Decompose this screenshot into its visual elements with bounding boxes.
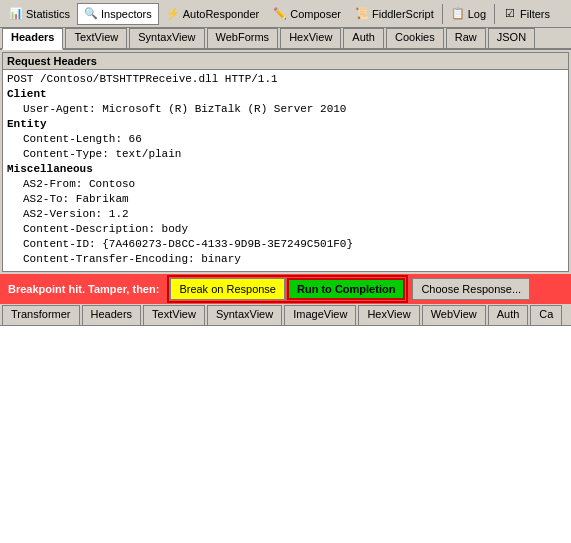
menu-autoresponder[interactable]: ⚡ AutoResponder	[159, 3, 266, 25]
menu-fiddlerscript[interactable]: 📜 FiddlerScript	[348, 3, 441, 25]
header-as2-version: AS2-Version: 1.2	[7, 207, 564, 222]
tab-textview[interactable]: TextView	[65, 28, 127, 48]
tab-headers[interactable]: Headers	[2, 28, 63, 50]
tab-bar: Headers TextView SyntaxView WebForms Hex…	[0, 28, 571, 50]
menu-inspectors[interactable]: 🔍 Inspectors	[77, 3, 159, 25]
first-line: POST /Contoso/BTSHTTPReceive.dll HTTP/1.…	[7, 72, 564, 87]
bottom-tab-imageview[interactable]: ImageView	[284, 305, 356, 325]
bottom-tab-webview[interactable]: WebView	[422, 305, 486, 325]
menu-autoresponder-label: AutoResponder	[183, 8, 259, 20]
tab-webforms[interactable]: WebForms	[207, 28, 279, 48]
header-user-agent: User-Agent: Microsoft (R) BizTalk (R) Se…	[7, 102, 564, 117]
header-as2-from: AS2-From: Contoso	[7, 177, 564, 192]
menu-log-label: Log	[468, 8, 486, 20]
tab-raw[interactable]: Raw	[446, 28, 486, 48]
header-content-transfer-encoding: Content-Transfer-Encoding: binary	[7, 252, 564, 267]
tab-auth[interactable]: Auth	[343, 28, 384, 48]
header-disposition-notification-to: Disposition-Notification-To: Contoso11	[7, 267, 564, 268]
menu-statistics[interactable]: 📊 Statistics	[2, 3, 77, 25]
menu-log[interactable]: 📋 Log	[444, 3, 493, 25]
bottom-tab-textview[interactable]: TextView	[143, 305, 205, 325]
menu-statistics-label: Statistics	[26, 8, 70, 20]
menu-bar: 📊 Statistics 🔍 Inspectors ⚡ AutoResponde…	[0, 0, 571, 28]
menu-fiddlerscript-label: FiddlerScript	[372, 8, 434, 20]
btn-group-outlined: Break on Response Run to Completion	[167, 275, 408, 303]
separator2	[494, 4, 495, 24]
lightning-icon: ⚡	[166, 7, 180, 21]
tab-json[interactable]: JSON	[488, 28, 535, 48]
log-icon: 📋	[451, 7, 465, 21]
section-miscellaneous: Miscellaneous	[7, 162, 564, 177]
tab-syntaxview[interactable]: SyntaxView	[129, 28, 204, 48]
tab-hexview[interactable]: HexView	[280, 28, 341, 48]
run-to-completion-button[interactable]: Run to Completion	[287, 278, 405, 300]
choose-response-button[interactable]: Choose Response...	[412, 278, 530, 300]
chart-icon: 📊	[9, 7, 23, 21]
script-icon: 📜	[355, 7, 369, 21]
headers-content[interactable]: POST /Contoso/BTSHTTPReceive.dll HTTP/1.…	[3, 70, 568, 268]
content-area: Request Headers POST /Contoso/BTSHTTPRec…	[2, 52, 569, 272]
menu-filters-label: Filters	[520, 8, 550, 20]
bottom-tab-bar: Transformer Headers TextView SyntaxView …	[0, 304, 571, 326]
header-content-type: Content-Type: text/plain	[7, 147, 564, 162]
bottom-tab-hexview[interactable]: HexView	[358, 305, 419, 325]
compose-icon: ✏️	[273, 7, 287, 21]
bottom-tab-headers[interactable]: Headers	[82, 305, 142, 325]
menu-filters[interactable]: ☑ Filters	[496, 3, 557, 25]
tab-cookies[interactable]: Cookies	[386, 28, 444, 48]
menu-inspectors-label: Inspectors	[101, 8, 152, 20]
bottom-tab-auth[interactable]: Auth	[488, 305, 529, 325]
request-headers-title: Request Headers	[3, 53, 568, 70]
menu-composer-label: Composer	[290, 8, 341, 20]
header-as2-to: AS2-To: Fabrikam	[7, 192, 564, 207]
section-client: Client	[7, 87, 564, 102]
bottom-extra-space	[0, 326, 571, 544]
bottom-bar: Breakpoint hit. Tamper, then: Break on R…	[0, 274, 571, 304]
header-content-description: Content-Description: body	[7, 222, 564, 237]
breakpoint-label: Breakpoint hit. Tamper, then:	[4, 283, 163, 295]
break-on-response-button[interactable]: Break on Response	[170, 278, 285, 300]
menu-composer[interactable]: ✏️ Composer	[266, 3, 348, 25]
header-content-id: Content-ID: {7A460273-D8CC-4133-9D9B-3E7…	[7, 237, 564, 252]
bottom-tab-syntaxview[interactable]: SyntaxView	[207, 305, 282, 325]
section-entity: Entity	[7, 117, 564, 132]
filter-icon: ☑	[503, 7, 517, 21]
bottom-tab-transformer[interactable]: Transformer	[2, 305, 80, 325]
separator	[442, 4, 443, 24]
inspect-icon: 🔍	[84, 7, 98, 21]
header-content-length: Content-Length: 66	[7, 132, 564, 147]
bottom-tab-ca[interactable]: Ca	[530, 305, 562, 325]
